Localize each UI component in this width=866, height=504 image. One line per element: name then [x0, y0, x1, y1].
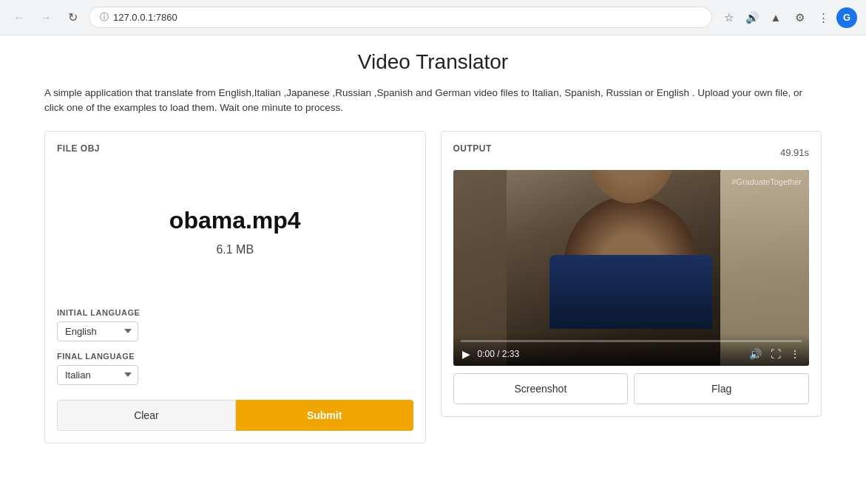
- screen-button[interactable]: ▲: [765, 7, 786, 28]
- browser-actions: ☆ 🔊 ▲ ⚙ ⋮ G: [718, 7, 857, 28]
- volume-button[interactable]: 🔊: [748, 347, 763, 361]
- url-text: 127.0.0.1:7860: [113, 12, 177, 23]
- video-controls-row: ▶ 0:00 / 2:33 🔊 ⛶ ⋮: [461, 347, 802, 361]
- video-controls: ▶ 0:00 / 2:33 🔊 ⛶ ⋮: [453, 334, 810, 366]
- video-container[interactable]: #GraduateTogether ▶ 0:00 / 2:33 🔊 ⛶: [453, 170, 810, 366]
- initial-lang-select[interactable]: English Italian Japanese Russian Spanish…: [57, 321, 138, 341]
- video-watermark: #GraduateTogether: [731, 177, 802, 186]
- output-label: OUTPUT: [453, 143, 492, 154]
- output-header: OUTPUT 49.91s: [453, 143, 810, 163]
- main-layout: FILE OBJ obama.mp4 6.1 MB INITIAL LANGUA…: [44, 131, 822, 443]
- video-time: 0:00 / 2:33: [478, 349, 520, 359]
- reload-button[interactable]: ↻: [62, 7, 83, 28]
- avatar[interactable]: G: [836, 7, 857, 28]
- lock-icon: ⓘ: [100, 11, 109, 24]
- more-options-button[interactable]: ⋮: [788, 347, 802, 361]
- left-panel: FILE OBJ obama.mp4 6.1 MB INITIAL LANGUA…: [44, 131, 426, 443]
- submit-button[interactable]: Submit: [236, 400, 413, 431]
- play-button[interactable]: ▶: [461, 347, 472, 361]
- forward-button[interactable]: →: [35, 7, 56, 28]
- right-panel: OUTPUT 49.91s #GraduateTogethe: [441, 131, 822, 417]
- file-size: 6.1 MB: [216, 243, 254, 256]
- file-display: obama.mp4 6.1 MB: [57, 163, 413, 301]
- bookmark-button[interactable]: ☆: [718, 7, 739, 28]
- page-description: A simple application that translate from…: [44, 86, 822, 116]
- flag-button[interactable]: Flag: [634, 373, 809, 404]
- output-action-buttons: Screenshot Flag: [453, 373, 810, 404]
- screenshot-button[interactable]: Screenshot: [453, 373, 629, 404]
- page-title: Video Translator: [44, 50, 822, 74]
- page-content: Video Translator A simple application th…: [0, 35, 866, 458]
- cast-button[interactable]: 🔊: [742, 7, 762, 28]
- address-bar[interactable]: ⓘ 127.0.0.1:7860: [89, 7, 712, 28]
- final-lang-select[interactable]: Italian Spanish Russian English: [57, 365, 138, 385]
- menu-button[interactable]: ⋮: [813, 7, 833, 28]
- action-buttons: Clear Submit: [57, 400, 413, 431]
- file-obj-label: FILE OBJ: [57, 143, 413, 154]
- video-progress-bar[interactable]: [461, 340, 802, 342]
- initial-lang-label: INITIAL LANGUAGE: [57, 308, 413, 317]
- browser-chrome: ← → ↻ ⓘ 127.0.0.1:7860 ☆ 🔊 ▲ ⚙ ⋮ G: [0, 0, 866, 35]
- output-time: 49.91s: [780, 147, 809, 158]
- file-name: obama.mp4: [169, 207, 301, 234]
- back-button[interactable]: ←: [9, 7, 30, 28]
- extension-button[interactable]: ⚙: [789, 7, 810, 28]
- video-controls-right: 🔊 ⛶ ⋮: [748, 347, 802, 361]
- final-lang-label: FINAL LANGUAGE: [57, 352, 413, 361]
- video-controls-left: ▶ 0:00 / 2:33: [461, 347, 520, 361]
- fullscreen-button[interactable]: ⛶: [769, 347, 782, 361]
- clear-button[interactable]: Clear: [57, 400, 236, 431]
